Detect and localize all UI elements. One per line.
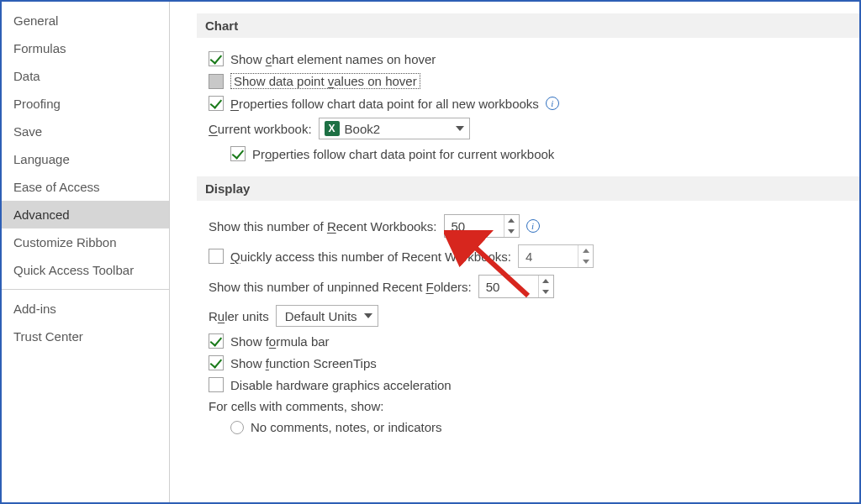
sidebar-item-quick-access-toolbar[interactable]: Quick Access Toolbar — [2, 256, 169, 284]
ruler-units-label: Ruler units — [209, 309, 269, 323]
info-icon[interactable]: i — [546, 97, 559, 110]
sidebar-item-customize-ribbon[interactable]: Customize Ribbon — [2, 228, 169, 256]
chart-element-names-label: Show chart element names on hover — [230, 52, 436, 66]
chart-point-values-checkbox[interactable] — [209, 74, 224, 89]
quick-access-recent-spinner[interactable]: 4 — [518, 244, 594, 268]
chart-element-names-checkbox[interactable] — [209, 51, 224, 66]
recent-folders-label: Show this number of unpinned Recent Fold… — [209, 280, 472, 294]
excel-icon: X — [325, 121, 340, 136]
ruler-units-value: Default Units — [285, 309, 357, 323]
chart-point-values-label: Show data point values on hover — [230, 73, 420, 89]
sidebar-item-trust-center[interactable]: Trust Center — [2, 323, 169, 350]
spinner-buttons[interactable] — [538, 276, 553, 297]
options-sidebar: General Formulas Data Proofing Save Lang… — [2, 2, 170, 502]
section-header-chart: Chart — [197, 13, 859, 38]
ruler-units-dropdown[interactable]: Default Units — [276, 305, 378, 327]
comments-show-header: For cells with comments, show: — [209, 399, 383, 413]
current-workbook-label: Current workbook: — [209, 122, 312, 136]
arrow-down-icon — [508, 229, 515, 234]
disable-hw-accel-label: Disable hardware graphics acceleration — [230, 378, 452, 392]
sidebar-item-general[interactable]: General — [2, 7, 169, 34]
recent-workbooks-value: 50 — [452, 219, 466, 234]
arrow-down-icon — [542, 290, 549, 294]
sidebar-item-language[interactable]: Language — [2, 145, 169, 173]
info-icon[interactable]: i — [526, 219, 540, 233]
chart-props-current-workbook-checkbox[interactable] — [230, 146, 246, 161]
sidebar-item-formulas[interactable]: Formulas — [2, 34, 169, 62]
sidebar-item-save[interactable]: Save — [2, 118, 169, 145]
show-formula-bar-label: Show formula bar — [230, 334, 330, 349]
chart-props-current-workbook-label: Properties follow chart data point for c… — [252, 147, 554, 161]
show-screentips-label: Show function ScreenTips — [230, 356, 377, 370]
sidebar-item-advanced[interactable]: Advanced — [2, 201, 169, 228]
disable-hw-accel-checkbox[interactable] — [209, 377, 224, 392]
chart-props-all-workbooks-label: Properties follow chart data point for a… — [230, 97, 539, 111]
comments-option-none-label: No comments, notes, or indicators — [251, 420, 442, 434]
advanced-options-panel: Chart Show chart element names on hover … — [178, 2, 859, 502]
chevron-down-icon — [456, 126, 464, 131]
spinner-buttons[interactable] — [578, 245, 593, 267]
quick-access-recent-value: 4 — [526, 249, 532, 264]
current-workbook-value: Book2 — [345, 122, 381, 136]
sidebar-item-ease-of-access[interactable]: Ease of Access — [2, 173, 169, 201]
quick-access-recent-label: Quickly access this number of Recent Wor… — [230, 249, 511, 264]
sidebar-item-data[interactable]: Data — [2, 62, 169, 90]
comments-option-none-radio[interactable] — [230, 421, 244, 434]
chart-props-all-workbooks-checkbox[interactable] — [209, 96, 224, 111]
recent-folders-spinner[interactable]: 50 — [478, 275, 554, 298]
section-header-display: Display — [197, 176, 859, 201]
recent-workbooks-label: Show this number of Recent Workbooks: — [209, 219, 437, 234]
spinner-buttons[interactable] — [504, 215, 519, 237]
arrow-down-icon — [583, 260, 589, 264]
sidebar-item-proofing[interactable]: Proofing — [2, 90, 169, 118]
recent-workbooks-spinner[interactable]: 50 — [444, 214, 520, 238]
quick-access-recent-checkbox[interactable] — [209, 249, 224, 264]
show-formula-bar-checkbox[interactable] — [209, 333, 224, 349]
show-screentips-checkbox[interactable] — [209, 355, 224, 370]
recent-folders-value: 50 — [486, 280, 500, 294]
current-workbook-dropdown[interactable]: X Book2 — [319, 118, 470, 139]
sidebar-item-add-ins[interactable]: Add-ins — [2, 295, 169, 323]
arrow-up-icon — [508, 218, 515, 223]
arrow-up-icon — [583, 249, 589, 253]
chevron-down-icon — [364, 313, 372, 318]
arrow-up-icon — [542, 279, 549, 283]
